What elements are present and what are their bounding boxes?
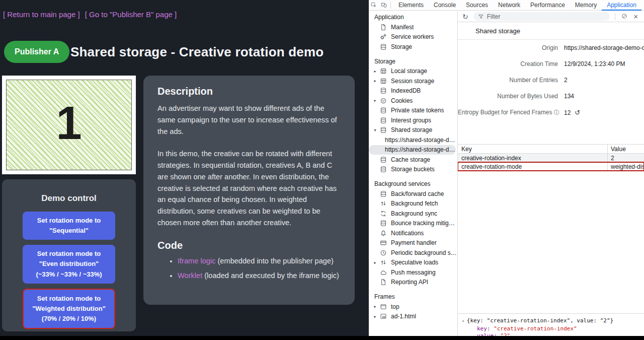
sidebar-item-label: Manifest [391,24,414,31]
sidebar-item-label: Back/forward cache [391,190,444,197]
disclosure-expanded-icon[interactable]: ▾ [462,319,464,323]
updown-icon [380,200,387,207]
filter-placeholder: Filter [487,13,501,20]
sidebar-item-label: IndexedDB [391,87,421,94]
table-header-row: Key Value [458,144,644,154]
metadata-value: 12/9/2024, 1:23:40 PM [564,60,644,67]
table-row[interactable]: creative-rotation-index2 [458,154,644,162]
device-toolbar-button[interactable] [379,1,389,10]
sidebar-item-speculative-loads[interactable]: ▸Speculative loads [369,258,457,268]
return-to-main-link[interactable]: [ Return to main page ] [3,10,80,19]
reset-budget-icon[interactable]: ↺ [575,109,580,116]
tab-network[interactable]: Network [493,0,525,11]
sidebar-item-https-shared-storage-d[interactable]: https://shared-storage-d… [369,135,457,145]
sidebar-item-label: Local storage [391,67,427,75]
sidebar-item-notifications[interactable]: Notifications [369,228,457,238]
inspect-element-button[interactable] [369,1,379,10]
disclosure-collapsed-icon[interactable]: ▸ [371,69,379,74]
table-row[interactable]: creative-rotation-modeweighted-dist [458,162,644,171]
publisher-b-link[interactable]: [ Go to "Publisher B" page ] [85,10,177,19]
column-header-key[interactable]: Key [458,145,608,153]
rotation-mode-button-2[interactable]: Set rotation mode to"Even distribution"(… [23,245,115,283]
code-bullet: Iframe logic (embedded into the publishe… [178,256,341,267]
sidebar-item-background-fetch[interactable]: Background fetch [369,199,457,209]
preview-summary[interactable]: ▾{key: "creative-rotation-index", value:… [462,317,644,325]
table-cell-key: creative-rotation-index [458,154,608,162]
sidebar-item-cookies[interactable]: ▸Cookies [369,96,457,106]
tab-application[interactable]: Application [602,0,641,11]
close-icon[interactable]: × [633,13,638,20]
sidebar-item-storage[interactable]: Storage [369,42,457,52]
sidebar-item-service-workers[interactable]: Service workers [369,32,457,42]
devtools-window: ElementsConsoleSourcesNetworkPerformance… [369,0,644,340]
code-links: Iframe logic (embedded into the publishe… [157,256,341,282]
code-title: Code [157,240,341,251]
code-link-2[interactable]: Worklet [178,271,202,280]
filter-input[interactable]: Filter [473,12,610,21]
disclosure-collapsed-icon[interactable]: ▸ [371,79,379,83]
sidebar-item-shared-storage[interactable]: ▾Shared storage [369,125,457,135]
sidebar-item-periodic-background-s[interactable]: Periodic background s… [369,248,457,258]
metadata-label: Origin [458,44,558,51]
sidebar-section-storage: Storage▸Local storage▸Session storageInd… [369,56,457,175]
tab-console[interactable]: Console [429,0,461,11]
sidebar-item-bounce-tracking-mitiga[interactable]: Bounce tracking mitiga… [369,219,457,229]
toolbar-separator [615,13,615,20]
shared-storage-panel: ↻ Filter × Shared storage Originhttps://… [458,11,644,340]
sidebar-item-label: Cache storage [391,156,430,163]
sidebar-section-header: Storage [369,56,457,66]
sidebar-item-label: https://shared-storage-d… [385,137,455,144]
sidebar-item-label: Storage [391,43,412,50]
preview-property-name: key [477,325,487,332]
sidebar-item-top[interactable]: ▸top [369,302,457,312]
clear-all-icon[interactable] [621,13,627,20]
sidebar-item-cache-storage[interactable]: Cache storage [369,155,457,165]
sidebar-item-back-forward-cache[interactable]: Back/forward cache [369,189,457,199]
sidebar-item-https-shared-storage-d[interactable]: https://shared-storage-d… [369,145,456,155]
rotation-mode-button-1[interactable]: Set rotation mode to"Sequential" [23,212,115,240]
page-title: Shared storage - Creative rotation demo [70,44,324,60]
sidebar-item-background-sync[interactable]: Background sync [369,209,457,219]
refresh-icon[interactable]: ↻ [462,13,468,20]
sidebar-item-reporting-api[interactable]: Reporting API [369,278,457,288]
sidebar-item-private-state-tokens[interactable]: Private state tokens [369,106,457,116]
creative-number: 1 [56,100,82,146]
sidebar-section-background-services: Background servicesBack/forward cacheBac… [369,179,457,287]
disclosure-collapsed-icon[interactable]: ▸ [371,260,379,265]
database-icon [380,166,387,173]
database-icon [380,156,387,163]
demo-buttons: Set rotation mode to"Sequential"Set rota… [2,212,136,329]
bell-icon [380,230,387,237]
preview-colon: : [487,325,494,332]
tab-memory[interactable]: Memory [570,0,602,11]
disclosure-collapsed-icon[interactable]: ▸ [371,98,379,103]
sidebar-item-indexeddb[interactable]: IndexedDB [369,86,457,96]
disclosure-collapsed-icon[interactable]: ▸ [371,304,379,309]
sidebar-item-session-storage[interactable]: ▸Session storage [369,76,457,86]
file-icon [380,24,387,31]
code-bullet: Worklet (loaded and executed by the ifra… [178,270,341,282]
sidebar-item-local-storage[interactable]: ▸Local storage [369,66,457,77]
sidebar-item-payment-handler[interactable]: Payment handler [369,238,457,248]
disclosure-expanded-icon[interactable]: ▾ [371,128,379,132]
info-icon[interactable]: ⓘ [553,109,559,115]
tab-performance[interactable]: Performance [525,0,570,11]
sidebar-item-label: Background sync [391,210,437,217]
sidebar-item-label: ad-1.html [391,313,416,320]
disclosure-collapsed-icon[interactable]: ▸ [371,314,379,319]
button-label-line: Set rotation mode to [26,294,112,304]
metadata-label: Creation Time [458,60,558,67]
sidebar-item-storage-buckets[interactable]: Storage buckets [369,165,457,175]
devtools-tabs: ElementsConsoleSourcesNetworkPerformance… [393,0,641,10]
code-link-1[interactable]: Iframe logic [178,257,215,265]
sidebar-item-push-messaging[interactable]: Push messaging [369,267,457,278]
column-header-value[interactable]: Value [608,145,644,153]
panel-toolbar: ↻ Filter × [458,11,644,22]
tab-elements[interactable]: Elements [393,0,429,11]
metadata-label: Entropy Budget for Fenced Framesⓘ [458,109,558,116]
tab-sources[interactable]: Sources [461,0,493,11]
sidebar-item-manifest[interactable]: Manifest [369,22,457,32]
rotation-mode-button-3[interactable]: Set rotation mode to"Weighted distributi… [23,289,115,329]
sidebar-item-ad-1-html[interactable]: ▸ad-1.html [369,312,457,322]
sidebar-item-interest-groups[interactable]: Interest groups [369,115,457,125]
